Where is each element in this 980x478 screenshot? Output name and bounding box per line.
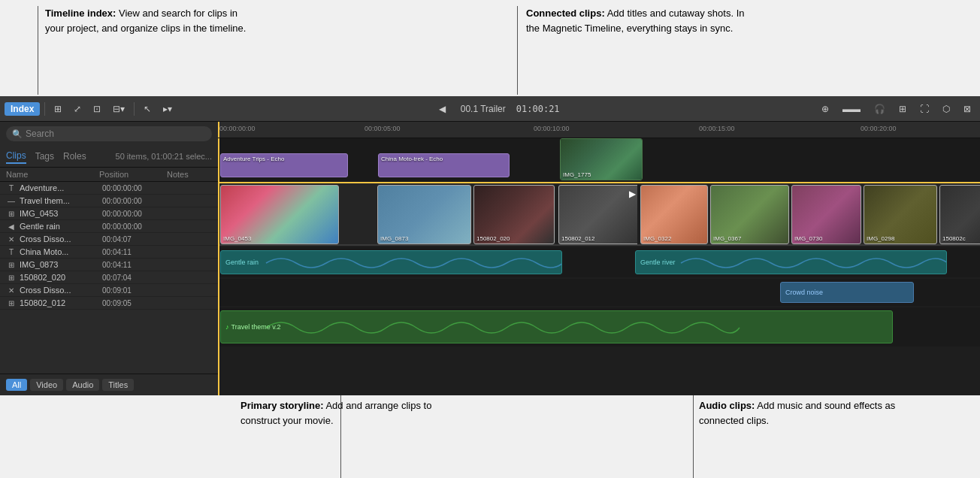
annotation-bottom-left-title: Primary storyline: — [240, 400, 324, 411]
toolbar-center: ◀ 00.1 Trailer 01:00:21 — [180, 102, 814, 116]
overflow-button[interactable]: ⊠ — [959, 102, 975, 116]
sidebar-list: T Adventure... 00:00:00:00 — Travel them… — [0, 182, 218, 374]
layout-button[interactable]: ⊞ — [894, 102, 911, 116]
clip-label: IMG_0367 — [713, 235, 741, 242]
more-button[interactable]: ⊟▾ — [108, 102, 129, 116]
item-position: 00:00:00:00 — [102, 184, 170, 192]
primary-clip-img0453[interactable]: IMG_0453 — [220, 185, 339, 244]
clip-label: IMG_0322 — [643, 235, 671, 242]
primary-clip-150802020[interactable]: 150802_020 — [473, 185, 555, 244]
list-header: Name Position Notes — [0, 168, 218, 182]
zoom-button[interactable]: ▬▬ — [838, 102, 865, 116]
footer-filter-button[interactable]: Video — [30, 379, 63, 391]
item-name: 150802_020 — [20, 273, 102, 282]
col-position: Position — [99, 170, 167, 179]
toolbar-right: ⊕ ▬▬ 🎧 ⊞ ⛶ ⬡ ⊠ — [817, 102, 975, 116]
ruler-mark-1: 00:00:05:00 — [364, 125, 401, 132]
annotation-bottom-right-title: Audio clips: — [699, 400, 755, 411]
timeline-area: 00:00:00:00 00:00:05:00 00:00:10:00 00:0… — [218, 122, 980, 395]
select-tool-button[interactable]: ↖ — [139, 102, 156, 116]
annotation-bottom-left: Primary storyline: Add and arrange clips… — [240, 398, 443, 428]
tab-roles[interactable]: Roles — [63, 150, 86, 163]
trim-tool-button[interactable]: ▸▾ — [159, 102, 177, 116]
music-clip-travel-theme[interactable]: ♪ Travel theme v.2 — [220, 310, 893, 343]
connected-clips-row: Adventure Trips - Echo China Moto-trek -… — [218, 138, 980, 182]
sidebar-footer: AllVideoAudioTitles — [0, 374, 218, 395]
app-toolbar: Index ⊞ ⤢ ⊡ ⊟▾ ↖ ▸▾ ◀ 00.1 Trailer 01:00… — [0, 96, 980, 122]
search-bar[interactable]: 🔍 — [6, 126, 212, 141]
sidebar-list-item[interactable]: ✕ Cross Disso... 00:04:07 — [0, 233, 218, 246]
clip-appearance-button[interactable]: ⊞ — [50, 102, 66, 116]
sidebar-list-item[interactable]: ⊞ IMG_0873 00:04:11 — [0, 259, 218, 271]
add-button[interactable]: ⊕ — [817, 102, 833, 116]
item-count: 50 items, 01:00:21 selec... — [116, 152, 212, 161]
connected-clip-img1775[interactable]: IMG_1775 — [560, 138, 643, 180]
primary-clip-img0730[interactable]: IMG_0730 — [791, 185, 861, 244]
item-name: Gentle rain — [20, 222, 102, 231]
sidebar-list-item[interactable]: — Travel them... 00:00:00:00 — [0, 195, 218, 207]
waveform-svg — [221, 251, 561, 274]
tab-tags[interactable]: Tags — [35, 150, 54, 163]
clip-label: IMG_0453 — [223, 235, 251, 242]
primary-clip-img0322[interactable]: IMG_0322 — [640, 185, 708, 244]
timeline-ruler: 00:00:00:00 00:00:05:00 00:00:10:00 00:0… — [218, 122, 980, 138]
footer-filter-button[interactable]: All — [6, 379, 27, 391]
item-type-icon: ⊞ — [3, 261, 20, 269]
footer-filter-button[interactable]: Titles — [102, 379, 134, 391]
sidebar-list-item[interactable]: T China Moto... 00:04:11 — [0, 246, 218, 259]
item-position: 00:04:11 — [102, 261, 170, 269]
connected-clip-china[interactable]: China Moto-trek - Echo — [378, 153, 510, 177]
skimming-button[interactable]: ⤢ — [69, 102, 86, 116]
clip-label: IMG_1775 — [563, 171, 591, 178]
primary-clip-150802012[interactable]: 150802_012 ▶ — [558, 185, 640, 244]
music-waveform-svg — [266, 311, 892, 343]
audio-track-1: Gentle rain Gentle river — [218, 247, 980, 277]
sidebar-list-item[interactable]: T Adventure... 00:00:00:00 — [0, 182, 218, 195]
timecode-display: 01:00:21 — [516, 104, 560, 114]
audio-clip-crowd-noise[interactable]: Crowd noise — [780, 282, 914, 303]
callout-line-left — [38, 6, 38, 95]
sidebar-list-item[interactable]: ⊞ IMG_0453 00:00:00:00 — [0, 207, 218, 220]
clip-label: Adventure Trips - Echo — [223, 156, 284, 162]
item-type-icon: T — [3, 184, 20, 192]
ruler-mark-0: 00:00:00:00 — [219, 125, 256, 132]
clip-label: China Moto-trek - Echo — [381, 156, 443, 162]
sidebar-list-item[interactable]: ⊞ 150802_012 00:09:05 — [0, 297, 218, 310]
annotation-top-left-title: Timeline index: — [45, 8, 116, 19]
sidebar-tabs: Clips Tags Roles 50 items, 01:00:21 sele… — [0, 146, 218, 168]
primary-clip-img0367[interactable]: IMG_0367 — [710, 185, 789, 244]
share-button[interactable]: ⬡ — [938, 102, 954, 116]
fullscreen-button[interactable]: ⛶ — [915, 102, 933, 116]
audio-clip-label: Crowd noise — [785, 289, 823, 296]
connected-clip-adventure[interactable]: Adventure Trips - Echo — [220, 153, 348, 177]
footer-filter-button[interactable]: Audio — [66, 379, 99, 391]
item-type-icon: ⊞ — [3, 274, 20, 282]
sidebar-list-item[interactable]: ◀ Gentle rain 00:00:00:00 — [0, 220, 218, 233]
tab-clips[interactable]: Clips — [6, 149, 26, 164]
item-type-icon: ✕ — [3, 235, 20, 244]
col-notes: Notes — [167, 170, 212, 179]
sidebar-list-item[interactable]: ⊞ 150802_020 00:07:04 — [0, 271, 218, 284]
item-name: Cross Disso... — [20, 234, 102, 244]
primary-clip-150802c[interactable]: 150802c — [939, 185, 980, 244]
item-type-icon: ◀ — [3, 222, 20, 231]
snap-button[interactable]: ⊡ — [89, 102, 105, 116]
primary-clip-img0298[interactable]: IMG_0298 — [864, 185, 937, 244]
clip-label: 150802_020 — [476, 235, 510, 242]
audio-clip-gentle-rain[interactable]: Gentle rain — [220, 250, 562, 274]
col-name: Name — [6, 170, 99, 179]
audio-meter-button[interactable]: 🎧 — [870, 102, 890, 116]
item-type-icon: — — [3, 197, 20, 205]
item-position: 00:09:01 — [102, 286, 170, 295]
search-input[interactable] — [26, 129, 206, 139]
waveform-svg-2 — [636, 251, 946, 274]
primary-clip-img0873[interactable]: IMG_0873 — [377, 185, 471, 244]
project-name[interactable]: 00.1 Trailer — [456, 102, 510, 116]
sidebar-list-item[interactable]: ✕ Cross Disso... 00:09:01 — [0, 284, 218, 297]
ruler-mark-2: 00:00:10:00 — [534, 125, 570, 132]
index-button[interactable]: Index — [5, 102, 40, 116]
audio-clip-gentle-river[interactable]: Gentle river — [635, 250, 947, 274]
back-button[interactable]: ◀ — [434, 102, 450, 116]
timeline-playhead-line — [218, 138, 219, 395]
ruler-mark-3: 00:00:15:00 — [699, 125, 735, 132]
